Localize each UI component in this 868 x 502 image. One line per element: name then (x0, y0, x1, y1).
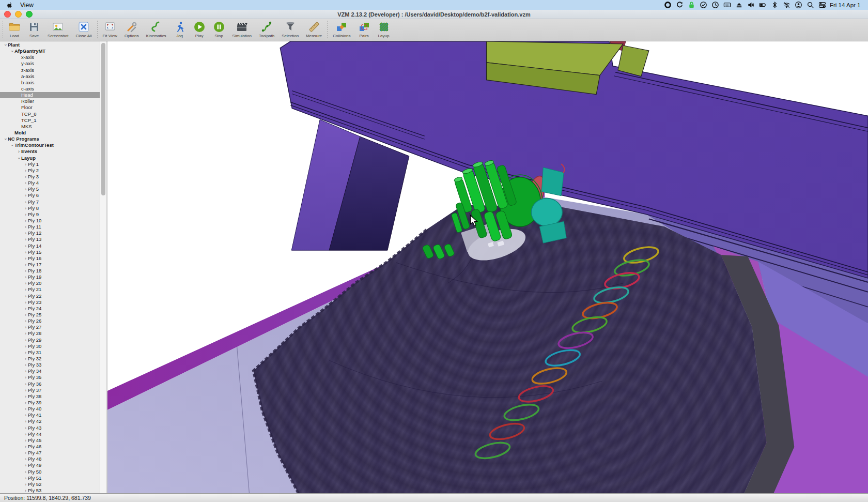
toolbar-button-screenshot[interactable]: Screenshot (44, 20, 72, 39)
toolbar-button-close-all[interactable]: Close All (72, 20, 95, 39)
chevron-right-icon[interactable]: › (23, 168, 28, 174)
chevron-down-icon[interactable]: › (2, 43, 8, 48)
tree-item-ply-11[interactable]: ›Ply 11 (0, 224, 100, 230)
tree-item-tcp-1[interactable]: TCP_1 (0, 117, 100, 124)
tree-item-head[interactable]: Head (0, 92, 100, 98)
tree-item-ply-51[interactable]: ›Ply 51 (0, 475, 100, 481)
tree-item-floor[interactable]: Floor (0, 104, 100, 111)
record-icon[interactable] (663, 1, 672, 9)
chevron-right-icon[interactable]: › (23, 393, 28, 400)
tree-item-ply-30[interactable]: ›Ply 30 (0, 343, 100, 349)
chevron-right-icon[interactable]: › (23, 324, 28, 330)
toolbar-button-jog[interactable]: Jog (170, 20, 190, 39)
eject-icon[interactable] (735, 1, 743, 9)
refresh-icon[interactable] (675, 1, 684, 9)
chevron-right-icon[interactable]: › (23, 356, 28, 362)
tree-item-b-axis[interactable]: b-axis (0, 80, 100, 86)
tree-item-mold[interactable]: Mold (0, 130, 100, 136)
toolbar-button-selection[interactable]: Selection (278, 20, 302, 39)
toolbar-button-collisions[interactable]: Collisions (329, 20, 354, 39)
chevron-right-icon[interactable]: › (23, 186, 28, 192)
tree-item-ply-8[interactable]: ›Ply 8 (0, 205, 100, 211)
viewport-3d[interactable] (107, 41, 868, 493)
user-icon[interactable] (794, 1, 803, 9)
tree-item-afpgantrymt[interactable]: ›AfpGantryMT (0, 48, 100, 54)
chevron-right-icon[interactable]: › (23, 412, 28, 418)
tree-item-ply-38[interactable]: ›Ply 38 (0, 393, 100, 400)
tree-item-ply-27[interactable]: ›Ply 27 (0, 324, 100, 330)
chevron-right-icon[interactable]: › (23, 230, 28, 236)
search-icon[interactable] (806, 1, 815, 9)
tree-item-ply-24[interactable]: ›Ply 24 (0, 306, 100, 312)
menu-clock[interactable]: Fri 14 Apr 1 (830, 2, 868, 8)
tree-item-ply-9[interactable]: ›Ply 9 (0, 211, 100, 218)
chevron-right-icon[interactable]: › (23, 199, 28, 205)
tree-item-z-axis[interactable]: z-axis (0, 67, 100, 73)
tree-item-nc-programs[interactable]: ›NC Programs (0, 136, 100, 142)
toolbar-button-toolpath[interactable]: Toolpath (255, 20, 278, 39)
tree-scrollbar-thumb[interactable] (101, 43, 105, 195)
tree-item-ply-41[interactable]: ›Ply 41 (0, 412, 100, 418)
clock-icon[interactable] (711, 1, 720, 9)
toolbar-button-options[interactable]: Options (121, 20, 143, 39)
toolbar-button-pairs[interactable]: Pairs (354, 20, 374, 39)
tree-item-tcp-8[interactable]: TCP_8 (0, 111, 100, 117)
tree-item-ply-50[interactable]: ›Ply 50 (0, 469, 100, 475)
chevron-right-icon[interactable]: › (23, 481, 28, 488)
chevron-right-icon[interactable]: › (23, 431, 28, 437)
chevron-right-icon[interactable]: › (23, 418, 28, 424)
control-center-icon[interactable] (818, 1, 827, 9)
chevron-right-icon[interactable]: › (23, 374, 28, 381)
tree-item-ply-17[interactable]: ›Ply 17 (0, 262, 100, 268)
chevron-down-icon[interactable]: › (9, 49, 15, 54)
tree-item-ply-28[interactable]: ›Ply 28 (0, 330, 100, 337)
tree-scrollbar[interactable] (100, 41, 107, 493)
chevron-right-icon[interactable]: › (23, 456, 28, 462)
tree-item-mks[interactable]: MKS (0, 124, 100, 130)
chevron-right-icon[interactable]: › (23, 406, 28, 412)
tree-item-ply-6[interactable]: ›Ply 6 (0, 192, 100, 199)
tree-item-events[interactable]: ›Events (0, 148, 100, 155)
tree-item-ply-37[interactable]: ›Ply 37 (0, 387, 100, 393)
volume-icon[interactable] (747, 1, 755, 9)
tree-item-ply-39[interactable]: ›Ply 39 (0, 400, 100, 406)
tree-item-ply-7[interactable]: ›Ply 7 (0, 199, 100, 205)
chevron-down-icon[interactable]: › (2, 137, 8, 142)
chevron-right-icon[interactable]: › (23, 330, 28, 337)
chevron-right-icon[interactable]: › (23, 249, 28, 255)
bluetooth-icon[interactable] (770, 1, 779, 9)
tree-item-ply-19[interactable]: ›Ply 19 (0, 274, 100, 280)
close-window-button[interactable] (4, 11, 11, 18)
chevron-right-icon[interactable]: › (23, 312, 28, 318)
menu-item-view[interactable]: View (16, 0, 57, 10)
toolbar-button-layup[interactable]: Layup (374, 20, 394, 39)
tree-item-ply-32[interactable]: ›Ply 32 (0, 356, 100, 362)
chevron-right-icon[interactable]: › (23, 318, 28, 324)
toolbar-button-play[interactable]: Play (190, 20, 209, 39)
tree-item-ply-22[interactable]: ›Ply 22 (0, 293, 100, 299)
tree-item-ply-13[interactable]: ›Ply 13 (0, 236, 100, 242)
tree-item-ply-21[interactable]: ›Ply 21 (0, 286, 100, 293)
battery-icon[interactable] (758, 1, 767, 9)
chevron-right-icon[interactable]: › (23, 218, 28, 224)
chevron-right-icon[interactable]: › (23, 488, 28, 493)
tree-item-roller[interactable]: Roller (0, 98, 100, 104)
tree-item-layup[interactable]: ›Layup (0, 155, 100, 161)
chevron-right-icon[interactable]: › (23, 343, 28, 349)
chevron-right-icon[interactable]: › (23, 437, 28, 444)
chevron-right-icon[interactable]: › (23, 450, 28, 456)
tree-item-ply-5[interactable]: ›Ply 5 (0, 186, 100, 192)
tree-item-ply-15[interactable]: ›Ply 15 (0, 249, 100, 255)
tree-item-ply-23[interactable]: ›Ply 23 (0, 299, 100, 306)
chevron-right-icon[interactable]: › (23, 475, 28, 481)
tree-item-ply-53[interactable]: ›Ply 53 (0, 488, 100, 493)
tree-item-ply-46[interactable]: ›Ply 46 (0, 444, 100, 450)
tree-item-ply-14[interactable]: ›Ply 14 (0, 243, 100, 249)
chevron-right-icon[interactable]: › (23, 462, 28, 468)
toolbar-button-stop[interactable]: Stop (209, 20, 229, 39)
chevron-right-icon[interactable]: › (23, 368, 28, 374)
wifi-off-icon[interactable] (782, 1, 791, 9)
tree-item-ply-4[interactable]: ›Ply 4 (0, 180, 100, 186)
tree-item-ply-42[interactable]: ›Ply 42 (0, 418, 100, 424)
tree-item-ply-10[interactable]: ›Ply 10 (0, 218, 100, 224)
